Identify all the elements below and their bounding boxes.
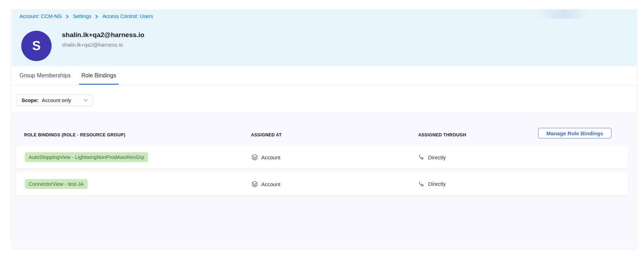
assigned-through-cell: Directly [418, 154, 446, 161]
chevron-down-icon [83, 99, 88, 102]
column-header-assigned-through: ASSIGNED THROUGH [418, 132, 466, 137]
page-title: shalin.lk+qa2@harness.io [62, 31, 144, 39]
assigned-at-cell: Account [251, 181, 280, 187]
tab-label: Role Bindings [81, 72, 116, 79]
assigned-at-value: Account [261, 154, 280, 160]
breadcrumb: Account: CCM-NG Settings Access Control:… [19, 13, 153, 19]
avatar-initial: S [32, 39, 41, 53]
layers-icon [251, 154, 258, 161]
tab-bar: Group Memberships Role Bindings [19, 66, 116, 85]
users-detail-page: Account: CCM-NG Settings Access Control:… [12, 10, 637, 248]
layers-icon [251, 181, 258, 187]
assigned-at-value: Account [261, 181, 280, 187]
avatar: S [21, 31, 52, 61]
chevron-right-icon [66, 14, 69, 19]
branch-arrow-icon [418, 181, 425, 188]
assigned-at-cell: Account [251, 154, 280, 161]
tab-label: Group Memberships [19, 72, 71, 79]
breadcrumb-settings-link[interactable]: Settings [73, 13, 91, 19]
band-corner-shade [531, 10, 591, 19]
assigned-through-value: Directly [428, 181, 446, 187]
breadcrumb-access-control-users-link[interactable]: Access Control: Users [102, 13, 153, 19]
table-row: ConnectorView - test-JA Account Directly [16, 172, 628, 195]
assigned-through-cell: Directly [418, 181, 446, 188]
role-binding-badge: ConnectorView - test-JA [25, 179, 88, 189]
manage-role-bindings-button[interactable]: Manage Role Bindings [538, 128, 611, 138]
breadcrumb-account-link[interactable]: Account: CCM-NG [19, 13, 62, 19]
scope-label: Scope: [22, 98, 39, 103]
column-header-role-bindings: ROLE BINDINGS (ROLE - RESOURCE GROUP) [24, 132, 125, 137]
scope-dropdown[interactable]: Scope: Account only [17, 94, 93, 106]
tabs-divider [12, 85, 637, 85]
role-binding-badge: AutoStoppingView - LightwingNonProdAwsRe… [25, 152, 148, 162]
user-header-band: Account: CCM-NG Settings Access Control:… [12, 10, 637, 66]
role-bindings-section: ROLE BINDINGS (ROLE - RESOURCE GROUP) AS… [12, 112, 637, 248]
screen: Account: CCM-NG Settings Access Control:… [0, 0, 644, 260]
branch-arrow-icon [418, 154, 425, 161]
tab-role-bindings[interactable]: Role Bindings [81, 66, 116, 85]
tab-group-memberships[interactable]: Group Memberships [19, 66, 71, 85]
user-email: shalin.lk+qa2@harness.io [62, 42, 123, 48]
chevron-right-icon [95, 14, 98, 19]
table-row: AutoStoppingView - LightwingNonProdAwsRe… [16, 146, 628, 169]
column-header-assigned-at: ASSIGNED AT [251, 132, 282, 137]
assigned-through-value: Directly [428, 154, 446, 160]
scope-selected-value: Account only [42, 98, 71, 103]
